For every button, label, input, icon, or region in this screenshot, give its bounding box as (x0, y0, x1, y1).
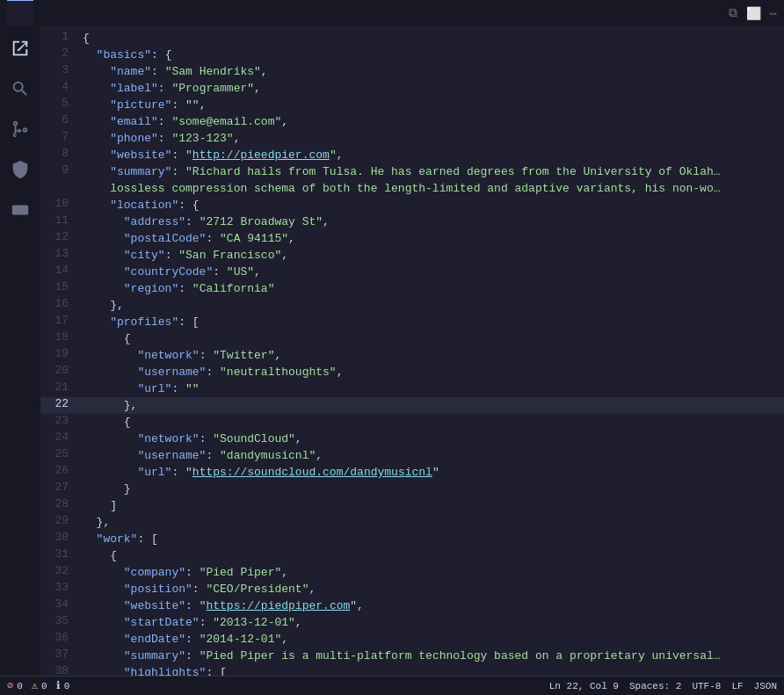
line-number: 31 (40, 547, 83, 561)
line-content: }, (83, 514, 784, 531)
line-content: "endDate": "2014-12-01", (83, 631, 784, 648)
table-row: 17 "profiles": [ (40, 314, 784, 330)
line-content: "work": [ (83, 531, 784, 547)
line-content: "region": "California" (83, 280, 784, 297)
line-number: 19 (40, 347, 83, 360)
source-control-icon[interactable] (5, 114, 35, 144)
table-row: 22 }, (40, 397, 784, 414)
line-number: 8 (40, 147, 83, 160)
status-errors[interactable]: ⊘ 0 ⚠ 0 ℹ 0 (7, 679, 69, 692)
line-content: "countryCode": "US", (83, 264, 784, 280)
line-number: 22 (40, 397, 83, 410)
line-number: 25 (40, 447, 83, 460)
warning-icon: ⚠ (32, 679, 38, 692)
line-content: "website": "https://piedpiper.com", (83, 597, 784, 614)
remote-icon[interactable] (5, 195, 35, 225)
table-row: 30 "work": [ (40, 531, 784, 547)
table-row: 28 ] (40, 497, 784, 514)
line-number: 36 (40, 631, 83, 644)
table-row: 11 "address": "2712 Broadway St", (40, 214, 784, 230)
line-content: "company": "Pied Piper", (83, 564, 784, 581)
line-content: "email": "some@email.com", (83, 113, 784, 130)
line-content: ] (83, 497, 784, 514)
line-content: "position": "CEO/President", (83, 581, 784, 597)
code-editor[interactable]: 1{2 "basics": {3 "name": "Sam Hendriks",… (40, 26, 784, 676)
line-content: "phone": "123-123", (83, 130, 784, 147)
line-number: 17 (40, 314, 83, 327)
indent-size[interactable]: Spaces: 2 (629, 681, 681, 691)
table-row: 14 "countryCode": "US", (40, 264, 784, 280)
table-row: 36 "endDate": "2014-12-01", (40, 631, 784, 648)
line-content: "website": "http://pieedpier.com", (83, 147, 784, 163)
line-number: 2 (40, 47, 83, 60)
active-tab[interactable] (7, 0, 33, 26)
line-content: "highlights": [ (83, 664, 784, 676)
extensions-icon[interactable] (5, 155, 35, 185)
line-content: "address": "2712 Broadway St", (83, 214, 784, 230)
table-row: 12 "postalCode": "CA 94115", (40, 230, 784, 247)
table-row: 27 } (40, 481, 784, 497)
line-number: 14 (40, 264, 83, 277)
line-ending[interactable]: LF (731, 681, 743, 691)
table-row: 32 "company": "Pied Piper", (40, 564, 784, 581)
more-actions-icon[interactable]: ⋯ (770, 6, 777, 21)
toggle-panel-icon[interactable]: ⬜ (746, 6, 761, 21)
tab-bar (7, 0, 729, 26)
svg-rect-0 (12, 206, 28, 215)
line-number: 38 (40, 664, 83, 676)
line-content: { (83, 330, 784, 347)
line-number: 28 (40, 497, 83, 510)
line-number: 1 (40, 30, 83, 43)
line-content: "city": "San Francisco", (83, 247, 784, 264)
encoding[interactable]: UTF-8 (692, 681, 721, 691)
line-content: "name": "Sam Hendriks", (83, 63, 784, 80)
line-number: 16 (40, 297, 83, 310)
split-editor-icon[interactable]: ⧉ (729, 6, 737, 20)
line-content: "profiles": [ (83, 314, 784, 330)
line-content: }, (83, 297, 784, 314)
status-right: Ln 22, Col 9 Spaces: 2 UTF-8 LF JSON (549, 681, 777, 691)
table-row: 7 "phone": "123-123", (40, 130, 784, 147)
line-content: "username": "dandymusicnl", (83, 447, 784, 464)
table-row: 25 "username": "dandymusicnl", (40, 447, 784, 464)
line-content: "summary": "Richard hails from Tulsa. He… (83, 163, 784, 180)
table-row: 24 "network": "SoundCloud", (40, 431, 784, 447)
table-row: 10 "location": { (40, 197, 784, 214)
table-row: 26 "url": "https://soundcloud.com/dandym… (40, 464, 784, 481)
table-row: 16 }, (40, 297, 784, 314)
line-number: 23 (40, 414, 83, 427)
table-row: 5 "picture": "", (40, 97, 784, 113)
table-row: 35 "startDate": "2013-12-01", (40, 614, 784, 631)
line-number: 10 (40, 197, 83, 210)
table-row: 18 { (40, 330, 784, 347)
line-content: "startDate": "2013-12-01", (83, 614, 784, 631)
cursor-position[interactable]: Ln 22, Col 9 (549, 681, 619, 691)
line-number: 21 (40, 380, 83, 394)
line-number: 12 (40, 230, 83, 243)
line-content: lossless compression schema of both the … (83, 180, 784, 197)
table-row: 8 "website": "http://pieedpier.com", (40, 147, 784, 163)
line-number: 3 (40, 63, 83, 76)
info-icon: ℹ (56, 679, 61, 692)
line-number: 26 (40, 464, 83, 477)
search-icon[interactable] (5, 74, 35, 104)
line-content: "picture": "", (83, 97, 784, 113)
table-row: 9 "summary": "Richard hails from Tulsa. … (40, 163, 784, 180)
language-mode[interactable]: JSON (754, 681, 777, 691)
line-number: 37 (40, 648, 83, 661)
table-row: 37 "summary": "Pied Piper is a multi-pla… (40, 648, 784, 664)
explorer-icon[interactable] (5, 33, 35, 63)
line-number: 24 (40, 431, 83, 444)
line-content: { (83, 30, 784, 47)
line-number: 30 (40, 531, 83, 544)
main-layout: 1{2 "basics": {3 "name": "Sam Hendriks",… (0, 26, 784, 676)
table-row: lossless compression schema of both the … (40, 180, 784, 197)
table-row: 19 "network": "Twitter", (40, 347, 784, 364)
line-content: "summary": "Pied Piper is a multi-platfo… (83, 648, 784, 664)
line-content: "url": "https://soundcloud.com/dandymusi… (83, 464, 784, 481)
line-number: 15 (40, 280, 83, 293)
line-number: 18 (40, 330, 83, 344)
table-row: 29 }, (40, 514, 784, 531)
table-row: 31 { (40, 547, 784, 564)
table-row: 34 "website": "https://piedpiper.com", (40, 597, 784, 614)
